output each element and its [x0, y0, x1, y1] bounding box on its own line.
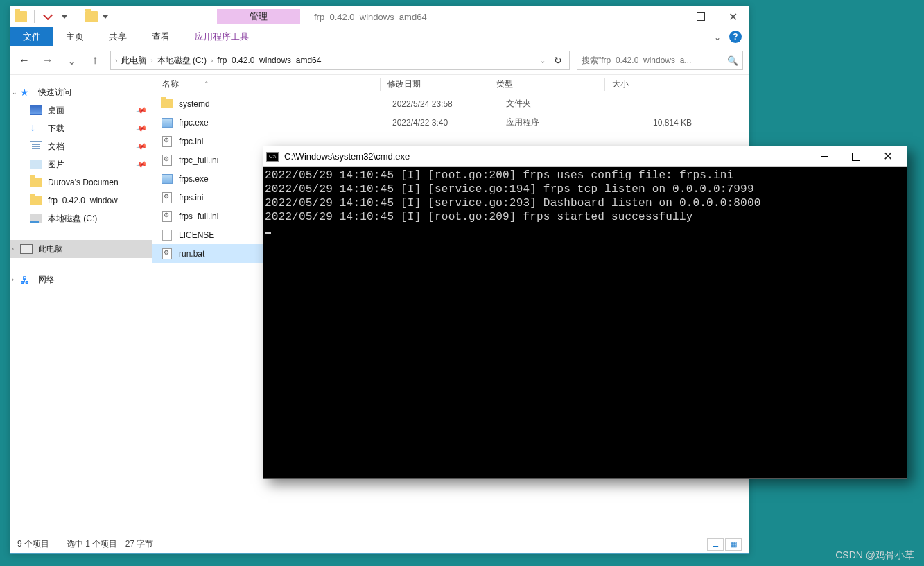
- address-dropdown-icon[interactable]: ⌄: [537, 57, 548, 65]
- expand-icon[interactable]: ›: [12, 246, 14, 252]
- nav-network[interactable]: › 🖧 网络: [10, 271, 152, 289]
- column-size[interactable]: 大小: [605, 78, 688, 90]
- close-button[interactable]: ✕: [717, 7, 749, 26]
- divider: [34, 10, 35, 23]
- nav-label: 本地磁盘 (C:): [48, 213, 97, 225]
- forward-button[interactable]: →: [40, 52, 56, 69]
- recent-locations-icon[interactable]: ⌄: [63, 52, 80, 69]
- search-icon[interactable]: 🔍: [727, 55, 738, 66]
- nav-cdrive[interactable]: 本地磁盘 (C:): [10, 209, 152, 228]
- column-name[interactable]: 名称 ˆ: [155, 78, 380, 90]
- file-size: 10,814 KB: [620, 118, 703, 128]
- view-details-button[interactable]: ☰: [707, 538, 724, 551]
- nav-label: 网络: [38, 274, 55, 286]
- search-input[interactable]: 搜索"frp_0.42.0_windows_a... 🔍: [577, 51, 743, 70]
- breadcrumb[interactable]: › 此电脑 › 本地磁盘 (C:) › frp_0.42.0_windows_a…: [110, 51, 570, 70]
- tab-app-tools[interactable]: 应用程序工具: [182, 27, 261, 46]
- file-row[interactable]: frpc.exe2022/4/22 3:40应用程序10,814 KB: [152, 113, 749, 132]
- nav-label: Durova's Documen: [48, 178, 119, 187]
- cmd-window: C:\ C:\Windows\system32\cmd.exe ✕ 2022/0…: [263, 146, 907, 479]
- cursor: [265, 232, 271, 234]
- column-type[interactable]: 类型: [489, 78, 604, 90]
- ini-icon: [162, 211, 172, 222]
- nav-thispc[interactable]: › 此电脑: [10, 240, 152, 258]
- title-bar[interactable]: 管理 frp_0.42.0_windows_amd64 ✕: [10, 6, 749, 27]
- expand-icon[interactable]: ›: [12, 276, 14, 283]
- nav-pictures[interactable]: 图片 📌: [10, 155, 152, 173]
- nav-quick-access[interactable]: ⌄ ★ 快速访问: [10, 83, 152, 101]
- pin-icon: 📌: [135, 158, 148, 171]
- window-title: frp_0.42.0_windows_amd64: [314, 12, 427, 22]
- watermark: CSDN @鸡骨小草: [835, 549, 914, 562]
- cmd-title-bar[interactable]: C:\ C:\Windows\system32\cmd.exe ✕: [263, 146, 907, 167]
- desktop-icon: [30, 105, 42, 115]
- up-button[interactable]: ↑: [87, 52, 103, 69]
- address-bar: ← → ⌄ ↑ › 此电脑 › 本地磁盘 (C:) › frp_0.42.0_w…: [10, 46, 749, 74]
- pin-icon: 📌: [135, 104, 148, 117]
- pictures-icon: [30, 160, 42, 169]
- tab-view[interactable]: 查看: [139, 27, 182, 46]
- qat-customize-icon[interactable]: [101, 9, 110, 24]
- status-bytes: 27 字节: [125, 538, 154, 550]
- refresh-icon[interactable]: ↻: [550, 55, 566, 66]
- qat-properties-icon[interactable]: [40, 9, 55, 24]
- exe-icon: [162, 174, 173, 184]
- nav-label: frp_0.42.0_window: [48, 196, 118, 205]
- ini-icon: [162, 136, 172, 147]
- qat-dropdown-icon[interactable]: [57, 9, 72, 24]
- tab-share[interactable]: 共享: [96, 27, 139, 46]
- crumb-thispc[interactable]: 此电脑: [119, 53, 149, 68]
- expand-icon[interactable]: ⌄: [12, 89, 17, 96]
- pin-icon: 📌: [135, 122, 148, 135]
- minimize-button[interactable]: [653, 7, 685, 26]
- crumb-cdrive[interactable]: 本地磁盘 (C:): [155, 53, 209, 68]
- search-placeholder: 搜索"frp_0.42.0_windows_a...: [582, 55, 691, 67]
- divider: [78, 10, 78, 23]
- chevron-right-icon[interactable]: ›: [150, 57, 152, 65]
- nav-desktop[interactable]: 桌面 📌: [10, 101, 152, 119]
- bat-icon: [162, 248, 172, 259]
- nav-frp-folder[interactable]: frp_0.42.0_window: [10, 191, 152, 209]
- status-selected: 选中 1 个项目: [67, 538, 117, 550]
- file-name: frpc.exe: [179, 118, 380, 128]
- help-icon[interactable]: ?: [729, 31, 742, 43]
- file-date: 2022/4/22 3:40: [385, 118, 494, 128]
- file-type: 文件夹: [499, 98, 614, 110]
- nav-label: 桌面: [48, 105, 64, 117]
- navigation-pane[interactable]: ⌄ ★ 快速访问 桌面 📌 ↓ 下载 📌 文档 📌 图片: [10, 75, 152, 535]
- exe-icon: [162, 118, 173, 128]
- manage-contextual-tab[interactable]: 管理: [217, 9, 300, 24]
- maximize-button[interactable]: [840, 147, 872, 166]
- nav-documents[interactable]: 文档 📌: [10, 137, 152, 155]
- back-button[interactable]: ←: [16, 52, 33, 69]
- nav-durova-folder[interactable]: Durova's Documen: [10, 173, 152, 191]
- nav-label: 此电脑: [38, 243, 63, 255]
- pin-icon: 📌: [135, 140, 148, 153]
- nav-downloads[interactable]: ↓ 下载 📌: [10, 119, 152, 137]
- chevron-right-icon[interactable]: ›: [115, 57, 117, 65]
- column-date[interactable]: 修改日期: [381, 78, 489, 90]
- qat-new-folder-icon[interactable]: [84, 9, 99, 24]
- column-headers[interactable]: 名称 ˆ 修改日期 类型 大小: [152, 75, 749, 94]
- document-icon: [30, 142, 42, 151]
- status-item-count: 9 个项目: [17, 538, 49, 550]
- txt-icon: [162, 230, 172, 241]
- maximize-button[interactable]: [685, 7, 717, 26]
- nav-label: 图片: [48, 159, 64, 171]
- ribbon-expand-icon[interactable]: ⌄: [714, 33, 721, 42]
- crumb-folder[interactable]: frp_0.42.0_windows_amd64: [214, 54, 324, 67]
- chevron-right-icon[interactable]: ›: [211, 57, 213, 65]
- file-row[interactable]: systemd2022/5/24 23:58文件夹: [152, 94, 749, 113]
- tab-home[interactable]: 主页: [53, 27, 96, 46]
- close-button[interactable]: ✕: [872, 147, 904, 166]
- download-icon: ↓: [30, 123, 42, 133]
- star-icon: ★: [20, 87, 33, 97]
- tab-file[interactable]: 文件: [10, 27, 53, 46]
- sort-indicator-icon: ˆ: [205, 80, 208, 89]
- cmd-output[interactable]: 2022/05/29 14:10:45 [I] [root.go:200] fr…: [263, 167, 907, 478]
- file-name: systemd: [179, 99, 380, 109]
- minimize-button[interactable]: [808, 147, 840, 166]
- drive-icon: [30, 214, 42, 223]
- view-icons-button[interactable]: ▦: [725, 538, 742, 551]
- ini-icon: [162, 192, 172, 203]
